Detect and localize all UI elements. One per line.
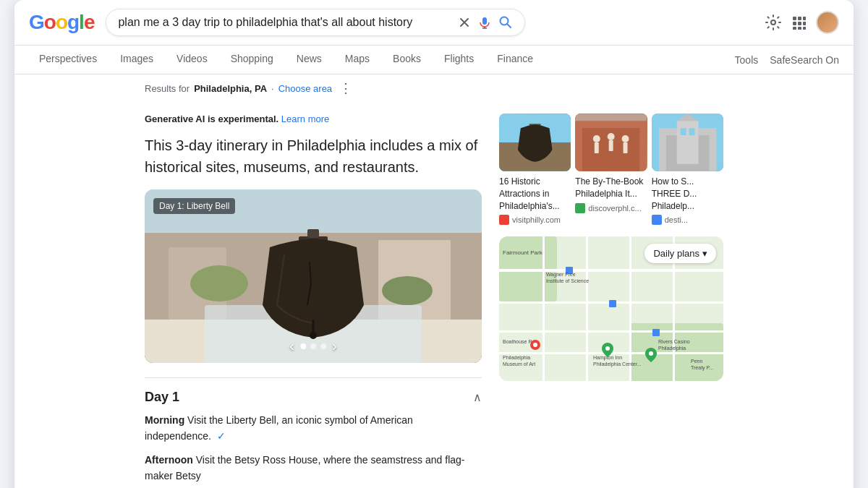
map-display: Fairmount Park Wagner Free Institute of …: [499, 236, 723, 381]
more-options-button[interactable]: ⋮: [339, 80, 352, 96]
daily-plans-button[interactable]: Daily plans ▾: [644, 244, 716, 263]
tab-images[interactable]: Images: [110, 46, 163, 74]
svg-rect-13: [798, 27, 801, 30]
svg-rect-10: [803, 17, 806, 20]
tab-finance[interactable]: Finance: [487, 46, 543, 74]
image-card-1[interactable]: 16 Historic Attractions in Philadelphia'…: [499, 114, 571, 225]
day-afternoon: Afternoon Visit the Betsy Ross House, wh…: [145, 452, 482, 484]
svg-rect-39: [624, 142, 628, 153]
svg-point-21: [382, 276, 433, 305]
card-image-1: [499, 114, 571, 171]
grid-icon: [791, 15, 806, 30]
tab-books[interactable]: Books: [383, 46, 431, 74]
morning-label: Morning: [145, 414, 184, 426]
svg-rect-43: [676, 121, 698, 164]
svg-text:Philadelphia: Philadelphia: [503, 355, 530, 361]
card-title-3: How to S... THREE D... Philadelp...: [652, 176, 723, 212]
svg-rect-7: [798, 17, 801, 20]
search-icon: [498, 15, 513, 30]
svg-text:Museum of Art: Museum of Art: [503, 361, 535, 367]
favicon-1: [499, 215, 509, 225]
avatar[interactable]: [816, 11, 839, 34]
image-cards: 16 Historic Attractions in Philadelphia'…: [499, 114, 723, 225]
card-image-3: [652, 114, 723, 171]
microphone-icon: [478, 16, 491, 29]
apps-button[interactable]: [791, 15, 806, 30]
search-button[interactable]: [498, 15, 513, 30]
location-text: Philadelphia, PA: [194, 83, 267, 94]
tab-maps[interactable]: Maps: [335, 46, 380, 74]
day-header[interactable]: Day 1 ∧: [145, 390, 482, 405]
learn-more-link[interactable]: Learn more: [281, 114, 329, 124]
tab-perspectives[interactable]: Perspectives: [29, 46, 107, 74]
card-title-2: The By-The-Book Philadelphia It...: [575, 176, 647, 200]
tab-news[interactable]: News: [286, 46, 332, 74]
day-morning: Morning Visit the Liberty Bell, an iconi…: [145, 412, 482, 445]
tools-button[interactable]: Tools: [735, 54, 759, 66]
morning-text: Visit the Liberty Bell, an iconic symbol…: [145, 414, 413, 442]
google-logo: Google: [29, 11, 94, 34]
svg-rect-8: [793, 22, 796, 25]
source-name-1: visitphilly.com: [512, 215, 561, 224]
ai-notice: Generative AI is experimental. Learn mor…: [145, 114, 482, 124]
clear-search-button[interactable]: [458, 16, 471, 29]
separator: ·: [271, 83, 274, 94]
carousel-image: Day 1: Liberty Bell: [145, 189, 482, 363]
svg-text:Wagner Free: Wagner Free: [546, 272, 576, 278]
carousel-controls: ‹ ›: [289, 338, 336, 354]
left-panel: Generative AI is experimental. Learn mor…: [145, 102, 482, 488]
svg-rect-53: [542, 236, 545, 381]
chevron-up-icon: ∧: [473, 390, 482, 404]
card-image-2: [575, 114, 647, 171]
carousel-next-button[interactable]: ›: [332, 338, 337, 354]
card-title-1: 16 Historic Attractions in Philadelphia'…: [499, 176, 571, 212]
daily-plans-chevron-icon: ▾: [702, 248, 707, 259]
afternoon-label: Afternoon: [145, 454, 193, 466]
svg-rect-11: [803, 22, 806, 25]
svg-rect-6: [793, 17, 796, 20]
tab-shopping[interactable]: Shopping: [221, 46, 284, 74]
favicon-3: [652, 215, 662, 225]
dot-1[interactable]: [300, 343, 306, 349]
search-input[interactable]: [118, 16, 452, 29]
check-icon: ✓: [217, 430, 226, 442]
tab-flights[interactable]: Flights: [434, 46, 484, 74]
svg-text:Institute of Science: Institute of Science: [546, 278, 589, 283]
safe-search-button[interactable]: SafeSearch On: [770, 54, 839, 66]
day-section: Day 1 ∧ Morning Visit the Liberty Bell, …: [145, 377, 482, 488]
dot-3[interactable]: [320, 343, 326, 349]
card-source-1: visitphilly.com: [499, 215, 571, 225]
ai-notice-text: Generative AI is experimental.: [145, 114, 278, 124]
carousel-dots: [300, 343, 326, 349]
nav-tabs: Perspectives Images Videos Shopping News…: [29, 46, 732, 74]
svg-point-73: [533, 343, 537, 347]
settings-button[interactable]: [765, 14, 781, 30]
itinerary-intro: This 3-day itinerary in Philadelphia inc…: [145, 134, 482, 178]
svg-text:Penn: Penn: [691, 359, 702, 364]
choose-area-link[interactable]: Choose area: [278, 83, 332, 94]
image-card-3[interactable]: How to S... THREE D... Philadelp... dest…: [652, 114, 723, 225]
carousel-prev-button[interactable]: ‹: [289, 338, 294, 354]
image-card-2[interactable]: The By-The-Book Philadelphia It... disco…: [575, 114, 647, 225]
svg-point-38: [622, 135, 629, 142]
nav-bar: Perspectives Images Videos Shopping News…: [14, 46, 854, 74]
svg-point-34: [593, 135, 600, 142]
dot-2[interactable]: [310, 343, 316, 349]
svg-rect-58: [609, 300, 616, 307]
results-for-label: Results for: [145, 83, 190, 94]
svg-text:Philadelphia Center...: Philadelphia Center...: [593, 361, 642, 367]
tab-videos[interactable]: Videos: [166, 46, 218, 74]
svg-point-36: [608, 133, 615, 140]
search-bar[interactable]: [106, 9, 525, 36]
right-panel: 16 Historic Attractions in Philadelphia'…: [499, 102, 723, 488]
carousel-label: Day 1: Liberty Bell: [153, 198, 235, 214]
map-container[interactable]: Fairmount Park Wagner Free Institute of …: [499, 236, 723, 381]
carousel: Day 1: Liberty Bell ‹ ›: [145, 189, 482, 363]
nav-right: Tools SafeSearch On: [735, 54, 839, 66]
svg-rect-14: [803, 27, 806, 30]
svg-rect-44: [680, 128, 686, 135]
svg-rect-25: [307, 229, 319, 238]
header: Google: [14, 0, 854, 46]
voice-search-button[interactable]: [478, 16, 491, 29]
svg-rect-0: [482, 17, 487, 25]
